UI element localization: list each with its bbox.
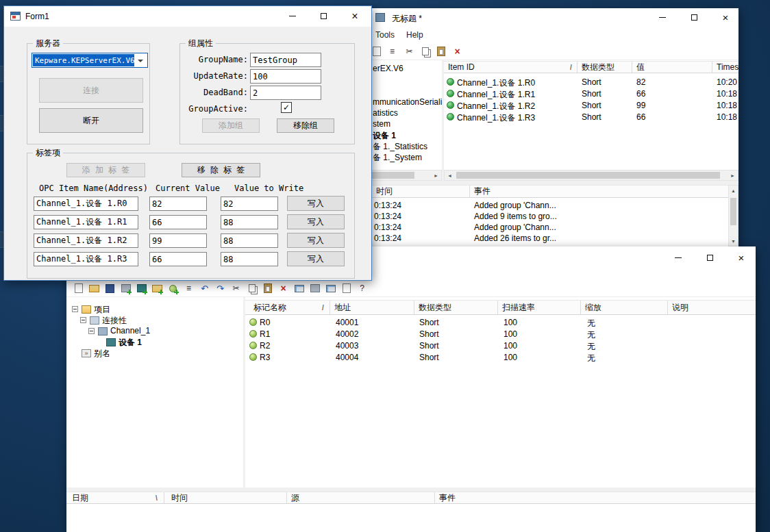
qc-col-timestamp[interactable]: Times [712,62,738,73]
disconnect-button[interactable]: 断开 [39,108,143,133]
undo-icon[interactable]: ↶ [198,282,211,294]
cfg-event-col-event[interactable]: 事件 [435,492,756,503]
qc-list-hscrollbar[interactable]: ◄ ► [444,170,738,181]
quick-client-icon[interactable] [324,282,337,294]
tag-item-input[interactable]: Channel_1.设备 1.R1 [34,215,138,229]
qc-menu-help[interactable]: Help [406,27,423,42]
qc-minimize-button[interactable] [651,8,674,27]
tag-item-input[interactable]: Channel_1.设备 1.R3 [34,252,138,266]
cfg-col-scan-rate[interactable]: 扫描速率 [498,301,581,314]
scrollbar-thumb[interactable] [730,198,736,225]
qc-event-col-event[interactable]: 事件 [470,186,728,197]
qc-tree-node[interactable]: mmunicationSerializa [373,97,451,107]
cfg-minimize-button[interactable] [667,248,690,267]
scroll-left-icon[interactable]: ◄ [445,170,455,180]
combo-dropdown-icon[interactable] [138,60,143,62]
qc-col-item-id[interactable]: Item ID [444,62,578,73]
qc-event-vscrollbar[interactable]: ▲ ▼ [728,185,738,246]
qc-tree-node[interactable]: 备 1._Statistics [373,141,427,153]
cfg-maximize-button[interactable] [698,248,721,267]
tag-write-value-input[interactable]: 88 [221,252,278,266]
tag-current-value[interactable]: 66 [149,215,207,229]
tree-node-device[interactable]: 设备 1 [119,337,142,349]
scrollbar-thumb[interactable] [456,172,720,179]
tree-collapse-icon[interactable] [80,317,86,323]
tag-write-value-input[interactable]: 88 [221,215,278,229]
paste-icon[interactable] [261,282,274,294]
scroll-up-icon[interactable]: ▲ [729,186,738,195]
properties-icon[interactable]: ≡ [182,282,195,294]
save-project-icon[interactable] [103,282,116,294]
delete-icon[interactable]: × [277,282,290,294]
cut-icon[interactable]: ✂ [229,282,243,294]
cut-icon[interactable]: ✂ [403,45,416,58]
write-button[interactable]: 写入 [287,233,345,248]
write-button[interactable]: 写入 [287,251,345,266]
cfg-col-scaling[interactable]: 缩放 [581,301,668,314]
add-tag-button[interactable]: 添 加 标 签 [66,163,145,177]
paste-icon[interactable] [434,45,447,58]
delete-icon[interactable]: × [451,45,464,58]
cfg-col-address[interactable]: 地址 [330,301,414,314]
copy-icon[interactable] [245,282,258,294]
update-rate-input[interactable]: 100 [250,69,321,84]
remove-tag-button[interactable]: 移 除 标 签 [182,163,260,177]
qc-col-datatype[interactable]: 数据类型 [578,62,632,73]
cfg-col-tag-name[interactable]: 标记名称 [245,301,330,314]
tree-node-project[interactable]: 项目 [94,304,110,316]
tree-collapse-icon[interactable] [88,328,95,334]
cfg-event-col-source[interactable]: 源 [287,492,435,503]
cfg-close-button[interactable]: × [730,248,753,267]
help-icon[interactable]: ? [356,282,369,294]
tag-current-value[interactable]: 82 [149,197,207,211]
add-group-button[interactable]: 添加组 [202,118,260,133]
qc-tree-node-device[interactable]: 设备 1 [373,130,396,142]
tree-node-alias[interactable]: 别名 [94,348,110,359]
form1-maximize-button[interactable] [308,6,338,26]
tag-write-value-input[interactable]: 82 [221,197,278,211]
write-button[interactable]: 写入 [287,196,345,211]
redo-icon[interactable]: ↷ [214,282,227,294]
cfg-event-col-date[interactable]: 日期 [66,492,164,503]
scroll-down-icon[interactable]: ▼ [729,236,738,246]
scroll-right-icon[interactable]: ► [431,170,441,180]
connect-button[interactable]: 连接 [39,78,143,103]
qc-maximize-button[interactable] [682,8,706,27]
tree-node-channel[interactable]: Channel_1 [110,326,150,335]
tree-collapse-icon[interactable] [72,306,78,312]
new-channel-icon[interactable] [119,282,132,294]
new-tag-group-icon[interactable] [151,282,164,294]
runtime-connect-icon[interactable] [293,282,306,294]
group-active-checkbox[interactable]: ✓ [281,102,292,113]
qc-menu-tools[interactable]: Tools [375,27,395,42]
open-project-icon[interactable] [88,282,101,294]
tag-item-input[interactable]: Channel_1.设备 1.R2 [34,233,138,248]
new-tag-icon[interactable] [166,282,179,294]
scroll-right-icon[interactable]: ► [728,170,738,180]
cfg-event-col-time[interactable]: 时间 [164,492,287,503]
tag-write-value-input[interactable]: 88 [221,233,278,248]
remove-group-button[interactable]: 移除组 [277,118,334,133]
qc-close-button[interactable]: × [714,8,737,27]
tag-item-input[interactable]: Channel_1.设备 1.R0 [34,197,138,211]
dead-band-input[interactable]: 2 [250,86,321,100]
runtime-disconnect-icon[interactable] [308,282,321,294]
new-device-icon[interactable] [135,282,148,294]
tree-node-connectivity[interactable]: 连接性 [102,315,127,327]
event-log-icon[interactable] [340,282,353,294]
form1-close-button[interactable]: × [340,6,370,26]
write-button[interactable]: 写入 [287,214,345,229]
qc-col-value[interactable]: 值 [632,62,712,73]
qc-tree-node[interactable]: 备 1._System [373,152,422,164]
form1-titlebar[interactable]: Form1 × [4,6,371,27]
scrollbar-thumb[interactable] [372,172,414,179]
qc-tree-node[interactable]: stem [373,119,390,129]
new-project-icon[interactable] [72,282,85,294]
form1-minimize-button[interactable] [277,6,308,26]
cfg-col-datatype[interactable]: 数据类型 [414,301,498,314]
group-name-input[interactable]: TestGroup [250,53,321,67]
tag-current-value[interactable]: 99 [149,233,207,248]
qc-tree-node[interactable]: erEX.V6 [373,64,403,73]
qc-tree-node[interactable]: atistics [373,108,398,118]
tag-current-value[interactable]: 66 [149,252,207,266]
